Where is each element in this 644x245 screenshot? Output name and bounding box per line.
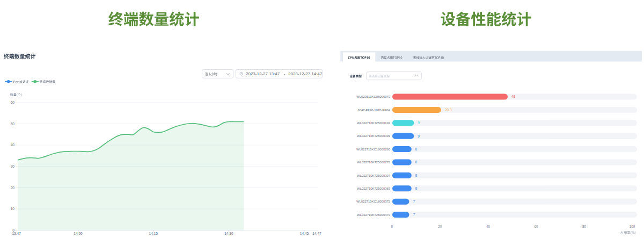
svg-text:14:15: 14:15 <box>149 232 158 235</box>
svg-text:40: 40 <box>486 225 491 228</box>
svg-text:60: 60 <box>11 100 15 104</box>
svg-text:WL022710K725000369: WL022710K725000369 <box>357 187 390 190</box>
svg-text:9: 9 <box>418 121 420 125</box>
svg-text:50: 50 <box>11 122 15 126</box>
svg-text:20: 20 <box>11 186 15 190</box>
svg-text:WL022710K725000409: WL022710K725000409 <box>357 134 390 138</box>
svg-text:WL022710KC18000372: WL022710KC18000372 <box>356 200 390 203</box>
svg-text:2023-12-27 13:47: 2023-12-27 13:47 <box>246 71 280 76</box>
svg-text:80: 80 <box>582 225 587 228</box>
svg-text:8: 8 <box>415 186 418 190</box>
svg-text:WL023610KC06000043: WL023610KC06000043 <box>356 95 391 98</box>
svg-text:10: 10 <box>11 207 15 211</box>
svg-text:WL022710K725000272: WL022710K725000272 <box>357 161 390 164</box>
svg-text:2023-12-27 14:47: 2023-12-27 14:47 <box>288 71 323 76</box>
svg-text:14:45: 14:45 <box>300 232 309 235</box>
svg-text:14:00: 14:00 <box>74 232 83 235</box>
svg-text:14:47: 14:47 <box>312 232 321 235</box>
svg-text:WL022710KC18000280: WL022710KC18000280 <box>356 148 391 151</box>
svg-text:WL022710K725000307: WL022710K725000307 <box>357 174 390 177</box>
svg-text:8: 8 <box>415 147 418 151</box>
svg-text:48: 48 <box>511 95 516 98</box>
svg-text:8: 8 <box>415 174 418 177</box>
svg-text:0: 0 <box>391 225 393 228</box>
svg-text:20: 20 <box>438 225 442 228</box>
svg-text:9: 9 <box>418 134 420 138</box>
svg-text:6047-FF96-1070-EF0A: 6047-FF96-1070-EF0A <box>357 109 390 112</box>
svg-text:100: 100 <box>630 225 635 228</box>
svg-text:20.3: 20.3 <box>445 108 452 112</box>
svg-text:WL022710K725000102: WL022710K725000102 <box>357 121 390 125</box>
svg-text:-: - <box>284 71 286 76</box>
svg-text:14:30: 14:30 <box>224 232 233 235</box>
svg-text:7: 7 <box>413 200 415 204</box>
svg-text:13:47: 13:47 <box>12 232 21 235</box>
svg-text:8: 8 <box>415 160 418 164</box>
svg-text:30: 30 <box>11 164 15 168</box>
svg-text:60: 60 <box>534 225 538 228</box>
svg-text:7: 7 <box>413 213 415 217</box>
svg-text:40: 40 <box>11 143 15 147</box>
svg-text:WL022710K725000470: WL022710K725000470 <box>357 213 391 217</box>
